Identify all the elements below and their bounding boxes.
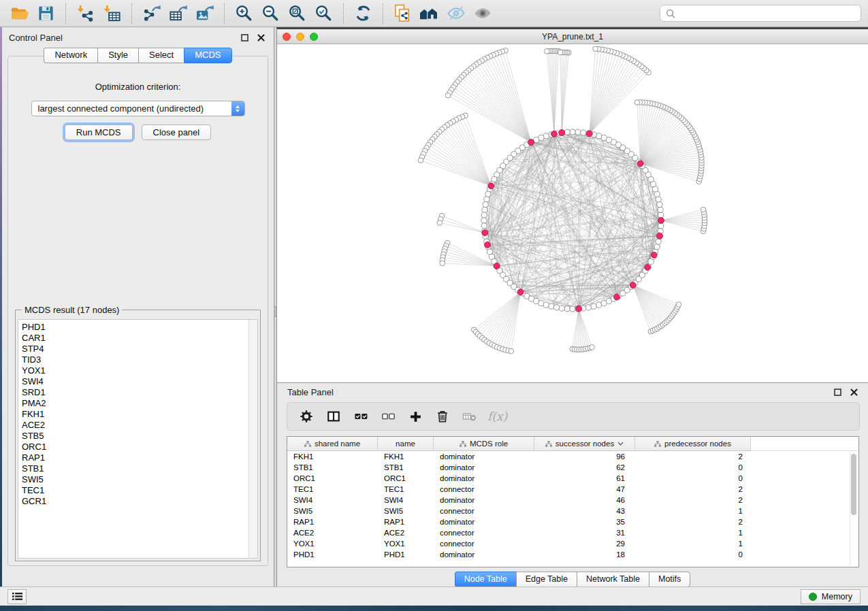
- mcds-hub-node[interactable]: [528, 139, 534, 146]
- graph-node[interactable]: [676, 302, 681, 308]
- mcds-hub-node[interactable]: [658, 218, 664, 224]
- graph-node[interactable]: [656, 239, 661, 244]
- mcds-hub-node[interactable]: [559, 130, 565, 136]
- mcds-hub-node[interactable]: [482, 230, 488, 236]
- graph-node[interactable]: [485, 191, 491, 197]
- graph-node[interactable]: [658, 207, 663, 212]
- table-scrollbar-thumb[interactable]: [851, 454, 856, 515]
- export-table-button[interactable]: [165, 2, 191, 24]
- graph-node[interactable]: [654, 244, 660, 250]
- mcds-hub-node[interactable]: [551, 131, 558, 137]
- graph-node[interactable]: [484, 197, 489, 202]
- list-item[interactable]: YOX1: [22, 365, 257, 376]
- table-row[interactable]: RAP1RAP1dominator352: [287, 516, 858, 527]
- mcds-hub-node[interactable]: [576, 306, 582, 312]
- close-panel-button[interactable]: Close panel: [142, 125, 212, 140]
- graph-node[interactable]: [570, 129, 575, 135]
- graph-node[interactable]: [590, 345, 595, 350]
- table-row[interactable]: PHD1PHD1dominator180: [287, 549, 858, 560]
- open-file-button[interactable]: [7, 2, 32, 24]
- graph-node[interactable]: [482, 207, 487, 212]
- graph-node[interactable]: [543, 302, 549, 308]
- zoom-out-button[interactable]: [258, 2, 283, 24]
- graph-node[interactable]: [549, 303, 554, 309]
- refresh-layout-button[interactable]: [351, 2, 376, 24]
- graph-node[interactable]: [656, 197, 661, 202]
- column-header-mcds-role[interactable]: MCDS role: [434, 437, 534, 451]
- graph-node[interactable]: [564, 129, 570, 135]
- float-panel-icon[interactable]: [241, 34, 248, 42]
- list-item[interactable]: ORC1: [22, 442, 257, 452]
- tab-motifs[interactable]: Motifs: [649, 572, 690, 587]
- export-image-button[interactable]: [192, 2, 217, 24]
- list-item[interactable]: RAP1: [22, 452, 257, 463]
- import-network-button[interactable]: [73, 2, 98, 24]
- list-item[interactable]: STP4: [22, 344, 257, 354]
- mcds-hub-node[interactable]: [586, 131, 592, 137]
- graph-node[interactable]: [657, 202, 662, 208]
- graph-node[interactable]: [558, 50, 563, 55]
- table-row[interactable]: STB1STB1dominator620: [287, 462, 858, 473]
- add-column-button[interactable]: [402, 404, 429, 429]
- show-columns-button[interactable]: [320, 404, 347, 429]
- table-row[interactable]: TEC1TEC1connector472: [287, 484, 858, 495]
- graph-node[interactable]: [585, 305, 591, 310]
- graph-node[interactable]: [575, 129, 581, 135]
- tab-style[interactable]: Style: [97, 48, 138, 63]
- mcds-hub-node[interactable]: [494, 263, 500, 269]
- zoom-selected-button[interactable]: [311, 2, 336, 24]
- list-item[interactable]: PHD1: [22, 322, 257, 333]
- graph-node[interactable]: [481, 218, 487, 223]
- memory-button[interactable]: Memory: [801, 589, 861, 604]
- list-item[interactable]: CAR1: [22, 333, 257, 344]
- tab-network-table[interactable]: Network Table: [577, 572, 649, 587]
- delete-table-button[interactable]: [456, 404, 483, 429]
- graph-node[interactable]: [418, 158, 423, 163]
- network-canvas[interactable]: [277, 46, 868, 382]
- graph-node[interactable]: [564, 306, 570, 312]
- list-item[interactable]: SRD1: [22, 387, 257, 398]
- graph-node[interactable]: [658, 212, 664, 218]
- graph-node[interactable]: [658, 223, 664, 229]
- window-minimize-light[interactable]: [296, 33, 304, 41]
- graph-node[interactable]: [634, 100, 640, 105]
- zoom-in-button[interactable]: [231, 2, 257, 24]
- first-neighbors-button[interactable]: [417, 2, 442, 24]
- tab-mcds[interactable]: MCDS: [184, 48, 231, 63]
- graph-node[interactable]: [593, 46, 598, 52]
- optimization-criterion-select[interactable]: largest connected component (undirected): [31, 101, 245, 116]
- graph-node[interactable]: [701, 207, 706, 212]
- graph-node[interactable]: [437, 220, 443, 226]
- function-builder-label[interactable]: f(x): [487, 410, 507, 423]
- mcds-hub-node[interactable]: [657, 233, 663, 239]
- search-input[interactable]: [679, 7, 855, 19]
- graph-node[interactable]: [483, 202, 488, 208]
- copy-network-button[interactable]: [390, 2, 415, 24]
- graph-node[interactable]: [559, 306, 564, 311]
- tab-edge-table[interactable]: Edge Table: [516, 572, 577, 587]
- graph-node[interactable]: [596, 133, 602, 139]
- list-item[interactable]: STB5: [22, 431, 257, 442]
- column-header-shared-name[interactable]: shared name: [287, 437, 378, 451]
- table-row[interactable]: FKH1FKH1dominator962: [287, 451, 858, 462]
- graph-node[interactable]: [440, 261, 445, 266]
- graph-node[interactable]: [591, 303, 596, 309]
- column-header-successor-nodes[interactable]: successor nodes: [534, 437, 635, 451]
- graph-node[interactable]: [545, 49, 550, 54]
- export-network-button[interactable]: [139, 2, 164, 24]
- list-item[interactable]: TEC1: [22, 485, 257, 496]
- column-header-name[interactable]: name: [378, 437, 434, 451]
- list-item[interactable]: TID3: [22, 354, 257, 365]
- mcds-hub-node[interactable]: [488, 183, 494, 189]
- graph-node[interactable]: [554, 305, 560, 310]
- table-scrollbar[interactable]: [850, 452, 857, 565]
- run-mcds-button[interactable]: Run MCDS: [65, 125, 133, 140]
- list-item[interactable]: STB1: [22, 463, 257, 474]
- zoom-fit-button[interactable]: [285, 2, 310, 24]
- mcds-hub-node[interactable]: [637, 161, 643, 167]
- select-all-button[interactable]: [347, 404, 374, 429]
- close-panel-icon[interactable]: [257, 34, 265, 42]
- table-row[interactable]: ORC1ORC1dominator610: [287, 473, 858, 484]
- column-header-predecessor-nodes[interactable]: predecessor nodes: [635, 437, 751, 451]
- mcds-hub-node[interactable]: [485, 242, 491, 248]
